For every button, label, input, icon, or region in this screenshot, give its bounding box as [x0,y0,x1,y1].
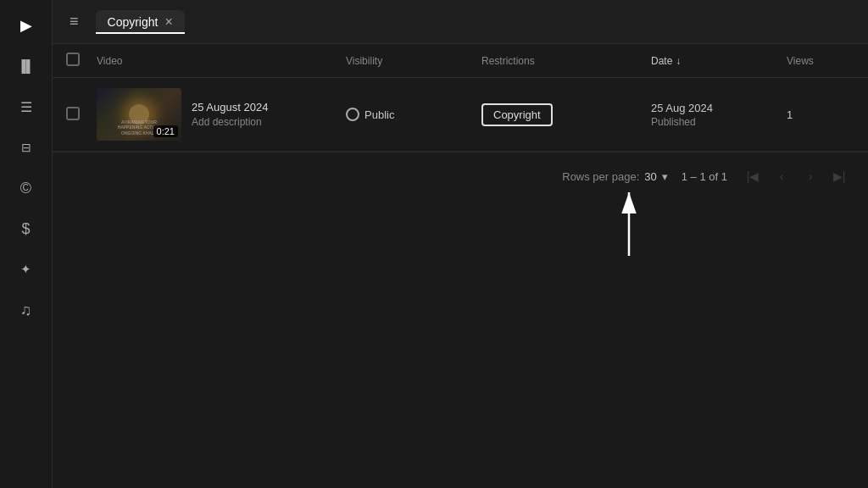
sidebar-item-subtitles[interactable]: ⊟ [8,129,45,166]
sidebar-item-comments[interactable]: ☰ [8,88,45,125]
publish-status: Published [651,116,787,128]
sidebar-item-analytics[interactable]: ▐▌ [8,47,45,85]
header-date[interactable]: Date ↓ [651,55,787,67]
prev-page-button[interactable]: ‹ [770,164,793,188]
sidebar-item-copyright[interactable]: © [8,169,45,207]
first-page-button[interactable]: |◀ [741,164,765,188]
hamburger-menu[interactable]: ≡ [63,9,86,34]
table-header-row: Video Visibility Restrictions Date ↓ Vie… [53,44,868,78]
copyright-tab[interactable]: Copyright × [96,10,185,34]
header-video: Video [97,55,346,67]
header-visibility: Visibility [346,55,481,67]
views-cell: 1 [787,108,854,121]
tab-label: Copyright [108,15,159,29]
dollar-icon: $ [21,220,30,238]
main-content: ≡ Copyright × Video Visibility Restricti… [53,0,868,488]
video-description[interactable]: Add description [192,116,268,128]
content-area: Video Visibility Restrictions Date ↓ Vie… [53,44,868,488]
next-page-button[interactable]: › [798,164,822,188]
public-globe-icon [346,108,359,121]
page-info: 1 – 1 of 1 [682,170,727,183]
copyright-badge: Copyright [481,103,553,126]
video-thumbnail[interactable]: AI IRANIAN TOURHAPPENING ACTUALONGOING K… [97,88,181,141]
rows-per-page-dropdown[interactable]: ▾ [662,170,668,183]
sidebar: ▶ ▐▌ ☰ ⊟ © $ ✦ ♫ [0,0,53,488]
wand-icon: ✦ [20,262,31,277]
visibility-label: Public [364,108,394,121]
rows-per-page-selector: Rows per page: 30 ▾ [562,170,668,183]
header-views: Views [787,55,854,67]
date-value: 25 Aug 2024 [651,102,787,114]
header-restrictions: Restrictions [481,55,651,67]
video-cell: AI IRANIAN TOURHAPPENING ACTUALONGOING K… [97,88,346,141]
last-page-button[interactable]: ▶| [827,164,851,188]
video-duration: 0:21 [153,125,178,137]
select-all-checkbox[interactable] [66,53,80,66]
sidebar-item-video[interactable]: ▶ [8,7,45,44]
video-table: Video Visibility Restrictions Date ↓ Vie… [53,44,868,200]
restrictions-cell: Copyright [481,103,651,126]
rows-per-page-value: 30 [644,170,656,183]
subtitles-icon: ⊟ [21,141,31,154]
rows-per-page-label: Rows per page: [562,170,639,183]
analytics-icon: ▐▌ [18,59,35,73]
video-info: 25 August 2024 Add description [192,101,268,128]
row-checkbox[interactable] [66,107,80,120]
tab-close-button[interactable]: × [164,15,172,29]
visibility-cell: Public [346,108,481,121]
video-title: 25 August 2024 [192,101,268,114]
sidebar-item-audio[interactable]: ♫ [8,291,45,329]
row-checkbox-cell [66,107,97,123]
sidebar-item-monetization[interactable]: $ [8,210,45,247]
sidebar-item-customization[interactable]: ✦ [8,251,45,288]
comments-icon: ☰ [20,99,32,115]
copyright-icon: © [20,180,31,197]
topbar: ≡ Copyright × [53,0,868,44]
page-navigation: |◀ ‹ › ▶| [741,164,851,188]
pagination-bar: Rows per page: 30 ▾ 1 – 1 of 1 |◀ ‹ › ▶| [53,152,868,200]
table-row: AI IRANIAN TOURHAPPENING ACTUALONGOING K… [53,78,868,152]
date-cell: 25 Aug 2024 Published [651,102,787,128]
video-icon: ▶ [20,16,32,35]
tab-active-indicator [96,32,185,34]
header-checkbox-cell [66,53,97,69]
music-icon: ♫ [20,302,32,319]
